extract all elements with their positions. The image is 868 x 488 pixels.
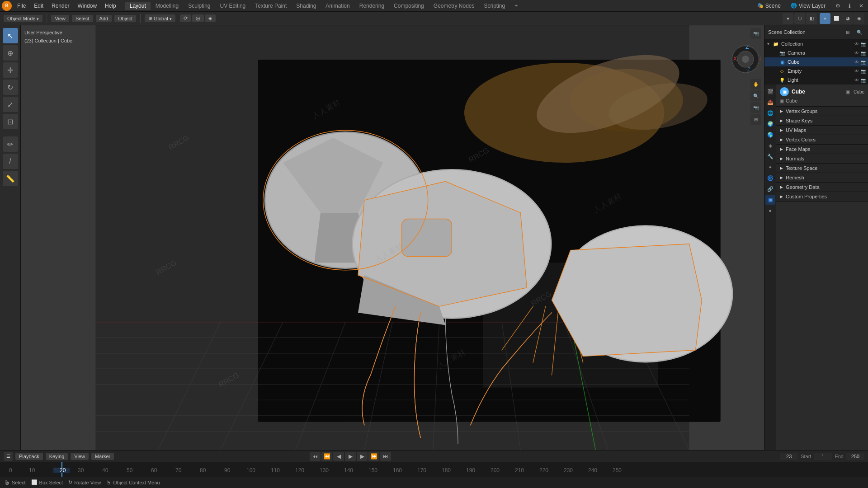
cube-render[interactable]: 📷 — [861, 60, 866, 65]
timeline-menu-btn[interactable]: ☰ — [4, 452, 13, 461]
render-preview-btn[interactable]: ● — [783, 13, 793, 24]
transform-pivot[interactable]: ◈ — [205, 14, 216, 22]
view-menu[interactable]: View — [51, 15, 69, 22]
collection-render[interactable]: 📷 — [861, 42, 866, 47]
play-btn[interactable]: ▶ — [345, 452, 356, 461]
prop-tab-output[interactable]: 📤 — [765, 97, 775, 107]
current-frame[interactable]: 23 — [780, 453, 798, 460]
tab-scripting[interactable]: Scripting — [480, 2, 510, 10]
keying-menu[interactable]: Keying — [46, 453, 68, 460]
empty-render[interactable]: 📷 — [861, 69, 866, 74]
uv-maps-header[interactable]: ▶ UV Maps — [776, 126, 868, 135]
outliner-filter-btn[interactable]: ⊞ — [843, 27, 853, 37]
vertex-groups-header[interactable]: ▶ Vertex Groups — [776, 107, 868, 116]
move-tool[interactable]: ✛ — [3, 62, 18, 78]
shape-keys-header[interactable]: ▶ Shape Keys — [776, 116, 868, 125]
tab-texture-paint[interactable]: Texture Paint — [250, 2, 291, 10]
tab-uv-editing[interactable]: UV Editing — [216, 2, 250, 10]
xray-btn[interactable]: ◧ — [806, 13, 817, 24]
annotate-line-tool[interactable]: / — [3, 154, 18, 169]
menu-file[interactable]: File — [14, 2, 29, 10]
prop-tab-scene[interactable]: 🌍 — [765, 119, 775, 129]
marker-menu[interactable]: Marker — [91, 453, 114, 460]
custom-properties-header[interactable]: ▶ Custom Properties — [776, 192, 868, 201]
overlay-btn[interactable]: ⬡ — [794, 13, 805, 24]
wireframe-btn[interactable]: ⬜ — [831, 13, 842, 24]
options-btn[interactable]: ⚙ — [833, 1, 843, 11]
tab-shading[interactable]: Shading — [292, 2, 321, 10]
outliner-item-cube[interactable]: ▷ ▣ Cube 👁 📷 — [764, 57, 868, 66]
render-view-btn[interactable]: ◉ — [854, 13, 864, 24]
outliner-item-camera[interactable]: ▷ 📷 Camera 👁 📷 — [764, 48, 868, 57]
grid-btn[interactable]: ⊞ — [750, 114, 761, 125]
outliner-item-light[interactable]: ▷ 💡 Light 👁 📷 — [764, 75, 868, 84]
pan-btn[interactable]: ✋ — [750, 79, 761, 89]
viewport-3d[interactable]: RRCG 人人素材 RRCG 人人素材 RRCG 人人素材 RRCG RRCG … — [21, 25, 764, 450]
menu-window[interactable]: Window — [74, 2, 100, 10]
measure-tool[interactable]: 📏 — [3, 171, 18, 186]
view-menu-timeline[interactable]: View — [71, 453, 89, 460]
prop-tab-particles[interactable]: ✦ — [765, 162, 775, 172]
global-selector[interactable]: ⊕ Global — [145, 14, 175, 22]
annotate-tool[interactable]: ✏ — [3, 136, 18, 152]
vertex-colors-header[interactable]: ▶ Vertex Colors — [776, 135, 868, 144]
scale-tool[interactable]: ⤢ — [3, 97, 18, 112]
end-frame[interactable]: 250 — [846, 453, 864, 460]
tab-compositing[interactable]: Compositing — [389, 2, 429, 10]
camera-render[interactable]: 📷 — [861, 51, 866, 56]
transform-tool[interactable]: ⊡ — [3, 114, 18, 129]
normals-header[interactable]: ▶ Normals — [776, 154, 868, 163]
prop-tab-object-data[interactable]: ▣ — [765, 195, 775, 205]
empty-visibility[interactable]: 👁 — [854, 69, 859, 74]
cursor-tool[interactable]: ⊕ — [3, 45, 18, 61]
prop-tab-constraint[interactable]: 🔗 — [765, 184, 775, 194]
prop-tab-modifier[interactable]: 🔧 — [765, 151, 775, 161]
face-maps-header[interactable]: ▶ Face Maps — [776, 145, 868, 154]
cube-visibility[interactable]: 👁 — [854, 60, 859, 65]
material-preview-btn[interactable]: ◕ — [842, 13, 853, 24]
texture-space-header[interactable]: ▶ Texture Space — [776, 164, 868, 173]
menu-help[interactable]: Help — [101, 2, 120, 10]
camera-framing-btn[interactable]: 📷 — [750, 102, 761, 113]
next-frame-btn[interactable]: ⏩ — [368, 452, 379, 461]
jump-end-btn[interactable]: ⏭ — [380, 452, 391, 461]
prop-tab-world[interactable]: 🌎 — [765, 130, 775, 140]
timeline-ruler[interactable]: 0 10 20 20 30 40 50 60 70 80 90 100 110 … — [0, 462, 868, 477]
select-menu[interactable]: Select — [72, 15, 93, 22]
snap-btn[interactable]: ⟳ — [180, 14, 191, 22]
add-menu[interactable]: Add — [96, 15, 112, 22]
playback-menu[interactable]: Playback — [15, 453, 43, 460]
collection-visibility[interactable]: 👁 — [854, 42, 859, 47]
menu-render[interactable]: Render — [48, 2, 73, 10]
outliner-search-btn[interactable]: 🔍 — [854, 27, 864, 37]
next-keyframe-btn[interactable]: ▶ — [357, 452, 368, 461]
prop-tab-render[interactable]: 🎬 — [765, 86, 775, 96]
jump-start-btn[interactable]: ⏮ — [310, 452, 321, 461]
outliner-item-empty[interactable]: ▷ ◇ Empty 👁 📷 — [764, 66, 868, 75]
geometry-data-header[interactable]: ▶ Geometry Data — [776, 183, 868, 192]
close-btn[interactable]: ✕ — [856, 1, 866, 11]
prop-tab-physics[interactable]: 🌀 — [765, 173, 775, 183]
tab-geometry-nodes[interactable]: Geometry Nodes — [429, 2, 479, 10]
light-visibility[interactable]: 👁 — [854, 78, 859, 83]
start-frame[interactable]: 1 — [814, 453, 832, 460]
prop-tab-object[interactable]: ◈ — [765, 141, 775, 150]
proportional-btn[interactable]: ◎ — [192, 14, 204, 22]
info-btn[interactable]: ℹ — [844, 1, 854, 11]
rotate-tool[interactable]: ↻ — [3, 80, 18, 95]
navigation-gizmo[interactable]: Z -Z X -X — [730, 43, 761, 75]
menu-edit[interactable]: Edit — [30, 2, 47, 10]
prev-frame-btn[interactable]: ⏪ — [321, 452, 332, 461]
prop-tab-view-layer[interactable]: 🌐 — [765, 108, 775, 118]
object-menu[interactable]: Object — [114, 15, 136, 22]
zoom-btn[interactable]: 🔍 — [750, 90, 761, 101]
prop-tab-material[interactable]: ● — [765, 206, 775, 216]
remesh-header[interactable]: ▶ Remesh — [776, 173, 868, 182]
tab-sculpting[interactable]: Sculpting — [184, 2, 215, 10]
tab-layout[interactable]: Layout — [125, 2, 151, 10]
light-render[interactable]: 📷 — [861, 78, 866, 83]
outliner-item-scene-collection[interactable]: ▼ 📁 Collection 👁 📷 — [764, 39, 868, 48]
select-tool[interactable]: ↖ — [3, 28, 18, 43]
camera-btn[interactable]: 📷 — [750, 28, 761, 39]
camera-visibility[interactable]: 👁 — [854, 51, 859, 56]
